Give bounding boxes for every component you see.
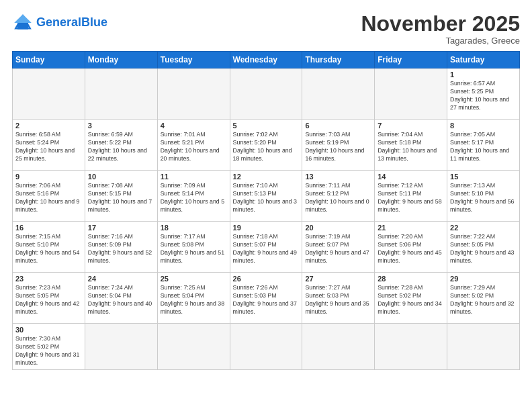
day-info: Sunrise: 7:29 AM Sunset: 5:02 PM Dayligh… [450,284,517,316]
day-number: 24 [88,275,154,283]
calendar-cell: 14Sunrise: 7:12 AM Sunset: 5:11 PM Dayli… [375,171,447,222]
day-number: 5 [233,122,300,130]
day-number: 6 [305,122,371,130]
day-info: Sunrise: 6:57 AM Sunset: 5:25 PM Dayligh… [450,80,517,112]
calendar-cell [13,68,85,120]
logo-icon [12,12,34,34]
page: GeneralBlue November 2025 Tagarades, Gre… [0,0,532,411]
week-row-3: 9Sunrise: 7:06 AM Sunset: 5:16 PM Daylig… [13,171,520,222]
day-number: 20 [305,224,371,232]
day-info: Sunrise: 7:28 AM Sunset: 5:02 PM Dayligh… [378,284,444,316]
logo: GeneralBlue [12,12,107,34]
calendar-cell: 10Sunrise: 7:08 AM Sunset: 5:15 PM Dayli… [85,171,157,222]
day-info: Sunrise: 6:58 AM Sunset: 5:24 PM Dayligh… [15,131,82,163]
day-number: 3 [88,122,154,130]
calendar-cell [302,68,375,120]
calendar-cell [302,324,375,370]
day-info: Sunrise: 7:06 AM Sunset: 5:16 PM Dayligh… [15,182,82,214]
calendar-cell: 12Sunrise: 7:10 AM Sunset: 5:13 PM Dayli… [230,171,302,222]
day-info: Sunrise: 7:26 AM Sunset: 5:03 PM Dayligh… [233,284,300,316]
weekday-row: SundayMondayTuesdayWednesdayThursdayFrid… [13,52,520,68]
svg-rect-2 [17,23,28,30]
calendar-cell: 6Sunrise: 7:03 AM Sunset: 5:19 PM Daylig… [302,120,375,171]
calendar-body: 1Sunrise: 6:57 AM Sunset: 5:25 PM Daylig… [13,68,520,370]
location: Tagarades, Greece [361,36,520,46]
month-title: November 2025 [361,12,520,36]
calendar-cell: 26Sunrise: 7:26 AM Sunset: 5:03 PM Dayli… [230,273,302,324]
day-number: 7 [378,122,444,130]
day-number: 15 [450,173,517,181]
day-info: Sunrise: 7:20 AM Sunset: 5:06 PM Dayligh… [378,233,444,265]
day-info: Sunrise: 6:59 AM Sunset: 5:22 PM Dayligh… [88,131,154,163]
day-number: 17 [88,224,154,232]
calendar-cell: 29Sunrise: 7:29 AM Sunset: 5:02 PM Dayli… [447,273,520,324]
calendar-cell: 18Sunrise: 7:17 AM Sunset: 5:08 PM Dayli… [157,222,230,273]
day-number: 4 [161,122,227,130]
day-number: 29 [450,275,517,283]
calendar-cell [375,324,447,370]
day-info: Sunrise: 7:01 AM Sunset: 5:21 PM Dayligh… [161,131,227,163]
week-row-1: 1Sunrise: 6:57 AM Sunset: 5:25 PM Daylig… [13,68,520,120]
calendar-cell: 24Sunrise: 7:24 AM Sunset: 5:04 PM Dayli… [85,273,157,324]
calendar-header: SundayMondayTuesdayWednesdayThursdayFrid… [13,52,520,68]
calendar: SundayMondayTuesdayWednesdayThursdayFrid… [12,51,520,370]
calendar-cell: 23Sunrise: 7:23 AM Sunset: 5:05 PM Dayli… [13,273,85,324]
day-info: Sunrise: 7:24 AM Sunset: 5:04 PM Dayligh… [88,284,154,316]
day-info: Sunrise: 7:15 AM Sunset: 5:10 PM Dayligh… [15,233,82,265]
weekday-header-friday: Friday [375,52,447,68]
week-row-4: 16Sunrise: 7:15 AM Sunset: 5:10 PM Dayli… [13,222,520,273]
logo-blue: Blue [81,15,107,29]
calendar-cell: 11Sunrise: 7:09 AM Sunset: 5:14 PM Dayli… [157,171,230,222]
day-number: 12 [233,173,300,181]
day-number: 18 [161,224,227,232]
calendar-cell [230,324,302,370]
day-number: 11 [161,173,227,181]
calendar-cell: 21Sunrise: 7:20 AM Sunset: 5:06 PM Dayli… [375,222,447,273]
day-info: Sunrise: 7:12 AM Sunset: 5:11 PM Dayligh… [378,182,444,214]
day-info: Sunrise: 7:11 AM Sunset: 5:12 PM Dayligh… [305,182,371,214]
day-number: 21 [378,224,444,232]
calendar-cell: 27Sunrise: 7:27 AM Sunset: 5:03 PM Dayli… [302,273,375,324]
logo-general: General [36,15,81,29]
calendar-cell: 25Sunrise: 7:25 AM Sunset: 5:04 PM Dayli… [157,273,230,324]
header: GeneralBlue November 2025 Tagarades, Gre… [12,12,520,46]
day-info: Sunrise: 7:22 AM Sunset: 5:05 PM Dayligh… [450,233,517,265]
weekday-header-wednesday: Wednesday [230,52,302,68]
calendar-cell: 1Sunrise: 6:57 AM Sunset: 5:25 PM Daylig… [447,68,520,120]
calendar-cell [157,324,230,370]
calendar-cell: 20Sunrise: 7:19 AM Sunset: 5:07 PM Dayli… [302,222,375,273]
calendar-cell: 13Sunrise: 7:11 AM Sunset: 5:12 PM Dayli… [302,171,375,222]
week-row-6: 30Sunrise: 7:30 AM Sunset: 5:02 PM Dayli… [13,324,520,370]
weekday-header-monday: Monday [85,52,157,68]
week-row-5: 23Sunrise: 7:23 AM Sunset: 5:05 PM Dayli… [13,273,520,324]
weekday-header-tuesday: Tuesday [157,52,230,68]
calendar-cell: 19Sunrise: 7:18 AM Sunset: 5:07 PM Dayli… [230,222,302,273]
day-info: Sunrise: 7:18 AM Sunset: 5:07 PM Dayligh… [233,233,300,265]
day-number: 27 [305,275,371,283]
day-info: Sunrise: 7:08 AM Sunset: 5:15 PM Dayligh… [88,182,154,214]
calendar-cell: 2Sunrise: 6:58 AM Sunset: 5:24 PM Daylig… [13,120,85,171]
day-info: Sunrise: 7:30 AM Sunset: 5:02 PM Dayligh… [15,335,82,367]
calendar-cell: 4Sunrise: 7:01 AM Sunset: 5:21 PM Daylig… [157,120,230,171]
day-number: 10 [88,173,154,181]
calendar-cell [447,324,520,370]
day-number: 16 [15,224,82,232]
day-info: Sunrise: 7:03 AM Sunset: 5:19 PM Dayligh… [305,131,371,163]
calendar-cell [157,68,230,120]
day-info: Sunrise: 7:02 AM Sunset: 5:20 PM Dayligh… [233,131,300,163]
calendar-cell: 17Sunrise: 7:16 AM Sunset: 5:09 PM Dayli… [85,222,157,273]
day-info: Sunrise: 7:19 AM Sunset: 5:07 PM Dayligh… [305,233,371,265]
day-info: Sunrise: 7:04 AM Sunset: 5:18 PM Dayligh… [378,131,444,163]
weekday-header-sunday: Sunday [13,52,85,68]
weekday-header-saturday: Saturday [447,52,520,68]
calendar-cell: 28Sunrise: 7:28 AM Sunset: 5:02 PM Dayli… [375,273,447,324]
day-number: 22 [450,224,517,232]
calendar-cell: 15Sunrise: 7:13 AM Sunset: 5:10 PM Dayli… [447,171,520,222]
day-info: Sunrise: 7:23 AM Sunset: 5:05 PM Dayligh… [15,284,82,316]
calendar-cell: 8Sunrise: 7:05 AM Sunset: 5:17 PM Daylig… [447,120,520,171]
calendar-cell: 22Sunrise: 7:22 AM Sunset: 5:05 PM Dayli… [447,222,520,273]
day-number: 28 [378,275,444,283]
calendar-cell [85,324,157,370]
day-info: Sunrise: 7:10 AM Sunset: 5:13 PM Dayligh… [233,182,300,214]
logo-text: GeneralBlue [36,16,107,30]
